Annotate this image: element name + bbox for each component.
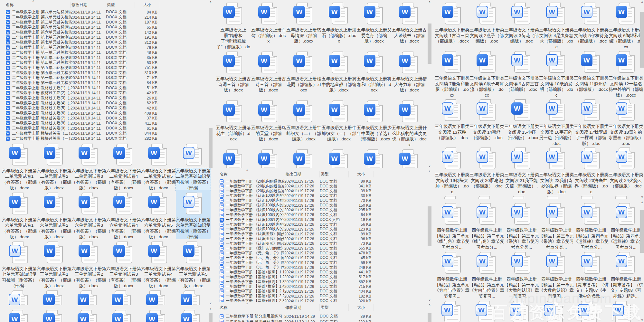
file-row[interactable]: W一年级数学下册 《元、角、分》同步检...2024/11/19 17:26DO… — [214, 256, 431, 260]
file-row[interactable]: W二年级数学上册 第五单元达标测试卷...2024/11/19 14:11DOC… — [0, 65, 213, 71]
file-item[interactable]: W六年级语文下册第二单元测试卷3（有答案）（部编版）.docx — [71, 141, 106, 190]
file-item[interactable]: W六年级语文下册第三单元测试卷3（有答案）（部编版）.docx — [106, 239, 141, 288]
scroll-down-icon[interactable]: ∨ — [640, 318, 644, 322]
file-item[interactable]: W三年级语文下册类文阅读 23海底世界（部编版） .doc — [574, 145, 609, 193]
file-item[interactable]: W — [435, 193, 469, 199]
file-row[interactable]: W二年级数学上册 教材过关卷(9)（人教...2024/11/19 14:11D… — [0, 126, 213, 131]
file-item[interactable]: W四年级数学上册【精品】第四单元《运算律》章节复习考点分... — [574, 200, 609, 249]
file-item[interactable]: W五年级语文上册什么比猎豹的速度更快（部编版）.docx — [392, 98, 427, 147]
file-item[interactable]: W — [36, 288, 71, 305]
column-header-size[interactable]: 大小 — [135, 2, 160, 8]
file-item[interactable]: W四年级数学上册【精品】第五单元《方向与位置》章节复习... — [469, 249, 504, 298]
scrollbar-thumb[interactable] — [428, 313, 431, 322]
file-row[interactable]: W二年级数学上册 教材过关卷(7)（人教...2024/11/19 14:11D… — [0, 116, 213, 121]
file-item[interactable]: W四年级数学上册【期末备考】（讲义）专题07《生活中的负数... — [574, 249, 609, 298]
column-header-date[interactable]: 修改日期 — [284, 304, 320, 311]
file-item[interactable]: W — [2, 307, 36, 322]
file-item[interactable]: W — [321, 147, 356, 168]
file-item[interactable]: W六年级语文下册第二单元基础知识复习检测（附答案）（部编... — [176, 141, 211, 190]
file-item[interactable]: W四年级数学上册【精品】第三单元《乘法》章节复习考点分类... — [539, 200, 574, 249]
file-item[interactable]: W六年级语文下册第六单元测试卷4（有答案）（部编版）.docx — [106, 190, 141, 239]
scrollbar-thumb[interactable] — [428, 24, 431, 64]
file-item[interactable]: W五年级语文上册"精彩极了"和"糟糕透了"（部编版）.docx — [216, 0, 251, 49]
file-item[interactable]: W六年级语文下册第六单元测试卷1（有答案）（部编版）.docx — [2, 190, 37, 239]
file-item[interactable]: W三年级语文下册类文阅读 24火烧云（部编版） .doc — [609, 145, 643, 193]
file-item[interactable]: W六年级语文下册第二单元测试卷4（有答案）（部编版）.docx — [106, 141, 141, 190]
file-item[interactable]: W五年级语文上册鸟的天堂（部编版）.docx — [251, 98, 286, 147]
column-header-type[interactable]: 类型 — [106, 2, 135, 8]
file-item[interactable]: W六年级语文下册第三单元测试卷5（有答案）（部编版）.docx — [176, 239, 211, 288]
file-item[interactable]: W六年级语文下册第三单元测试卷1（有答案）（部编版）.docx — [37, 239, 71, 288]
file-item[interactable]: W五年级语文上册将相和（部编版）.docx — [356, 49, 392, 98]
scroll-up-icon[interactable]: ∧ — [209, 0, 213, 4]
file-item[interactable]: W四年级数学上册【期末备考】（讲义）专题08《可能性》精选... — [609, 249, 643, 298]
scrollbar-thumb[interactable] — [640, 210, 644, 252]
file-item[interactable]: W四年级数学上册【精品】第五单元《方向与位置》章节复习... — [435, 249, 469, 298]
file-row[interactable]: W二年级数学上册 模块过关卷（三）（...2024/11/19 14:11DOC… — [0, 136, 213, 141]
file-row[interactable]: W二年级数学上册 第三单元达标测试卷...2024/11/19 14:11DOC… — [0, 45, 213, 50]
file-item[interactable]: W — [469, 298, 503, 321]
file-item[interactable]: W五年级语文上册古诗词三首（部编版）.docx — [216, 49, 251, 98]
file-item[interactable]: W五年级语文上册古人谈读书（部编版）.docx — [392, 0, 427, 49]
file-item[interactable]: W六年级语文下册第三单元测试卷2（有答案）（部编版）.docx — [71, 239, 106, 288]
file-row[interactable]: W一年级数学下册 《认识图形》同步检测...2024/11/19 17:26DO… — [214, 232, 431, 236]
scroll-up-icon[interactable]: ∧ — [428, 170, 431, 173]
file-item[interactable]: W — [392, 147, 427, 168]
file-item[interactable]: W六年级语文下册第六单元测试卷5（有答案）（部编版）.docx — [141, 190, 176, 239]
scroll-down-icon[interactable]: ∨ — [640, 195, 644, 199]
file-row[interactable]: W一年级数学下册 《元、角、分》同步检...2024/11/19 17:26DO… — [214, 260, 431, 265]
file-item[interactable]: W — [105, 288, 139, 305]
file-item[interactable]: W五年级语文上册牛郎织女（二）（部编版）.docx — [286, 98, 321, 147]
scrollbar[interactable]: ∧∨ — [640, 200, 644, 322]
file-row[interactable]: W一年级数学下册 【基础+拔高】1.2 十...2024/11/19 17:26… — [214, 275, 431, 279]
file-item[interactable]: W四年级数学上册【精品】第二单元《线与角》章节复习考点分... — [435, 200, 469, 249]
file-item[interactable]: W三年级语文下册类文阅读 22我们奇妙的世界（部编版） .doc — [539, 145, 574, 193]
file-item[interactable]: W三年级语文下册类文阅读 17我变成了一棵树（部编版） .doc — [574, 97, 609, 145]
file-item[interactable]: W五年级语文上册牛郎织女（一）（部编版）.docx — [321, 98, 356, 147]
file-row[interactable]: W一年级数学下册 《认识100以内的数》...2024/11/19 17:26D… — [214, 208, 431, 213]
file-row[interactable]: W二年级数学上册 第一单元达标测试卷...2024/11/19 14:11DOC… — [0, 75, 213, 80]
file-row[interactable]: W二年级数学上册 教材过关卷(3)（人教...2024/11/19 14:11D… — [0, 96, 213, 101]
scrollbar[interactable]: ∧∨ — [209, 0, 213, 305]
file-item[interactable]: W三年级语文下册类文阅读 11赵州桥（部编版） .docx — [574, 48, 609, 97]
file-item[interactable]: W — [71, 288, 105, 305]
file-item[interactable]: W三年级语文下册类文阅读 16宇宙的另一边（部编版） .doc — [539, 97, 574, 145]
scrollbar[interactable]: ∧ — [428, 303, 431, 322]
file-row[interactable]: W一年级数学下册 《20以内的退位减法》...2024/11/19 17:26D… — [214, 184, 431, 189]
file-item[interactable]: W六年级语文下册第二单元测试卷1（有答案）（部编版）.docx — [2, 141, 37, 190]
file-item[interactable]: W三年级语文下册类文阅读 9古诗三首（部编版） .doc — [504, 48, 539, 97]
file-row[interactable]: W一年级数学下册 《认识图形》同步检测...2024/11/19 17:26DO… — [214, 241, 431, 246]
file-item[interactable]: W — [537, 298, 571, 321]
file-row[interactable]: W二年级数学上册 第七单元过关检测卷...2024/11/19 14:11DOC… — [0, 40, 213, 45]
file-row[interactable]: W一年级数学下册 《认识100以内的数》...2024/11/19 17:26D… — [214, 217, 431, 222]
file-item[interactable]: W — [139, 307, 174, 322]
file-item[interactable]: W六年级语文下册第二单元测试卷2（有答案）（部编版）.docx — [37, 141, 71, 190]
file-item[interactable]: W三年级语文下册类文阅读 15小虾（部编版） .docx — [504, 97, 539, 145]
column-header-name[interactable]: 名称∧ — [214, 304, 284, 311]
file-row[interactable]: W一年级数学下册 【基础+拔高】2.3整理...2024/11/19 17:26… — [214, 298, 431, 302]
file-item[interactable]: W三年级语文下册类文阅读 7鹿角和鹿腿（部编版） .docx — [435, 48, 469, 97]
scroll-down-icon[interactable]: ∨ — [428, 165, 431, 168]
scroll-down-icon[interactable]: ∨ — [209, 302, 213, 305]
file-item[interactable]: W六年级语文下册第六单元基础知识复习检测（附答案）（部编... — [176, 190, 211, 239]
file-item[interactable]: W三年级语文下册类文阅读 5守株待兔（部编版） .doc — [574, 0, 609, 48]
file-row[interactable]: W二年级数学上册 第五单元过关检测卷...2024/11/19 14:11DOC… — [0, 70, 213, 75]
file-row[interactable]: W二年级数学下册 部分应用题练习（苏教...2024/11/19 14:29DO… — [214, 314, 431, 319]
file-row[interactable]: W一年级数学下册 《认识图形》同步检测...2024/11/19 17:26DO… — [214, 236, 431, 241]
file-item[interactable]: W三年级语文下册类文阅读 1古诗三首（部编版） .docx — [435, 0, 469, 48]
file-item[interactable]: W三年级语文下册类文阅读 20肥皂泡（部编版） .doc — [469, 145, 504, 193]
file-row[interactable]: W一年级数学下册 《20以内的退位减法》...2024/11/19 17:26D… — [214, 189, 431, 194]
scroll-up-icon[interactable]: ∧ — [428, 303, 431, 306]
file-item[interactable]: W三年级语文下册类文阅读 10纸的发明（部编版） .doc — [539, 48, 574, 97]
file-row[interactable]: W一年级数学下册 《元、角、分》同步检...2024/11/19 17:26DO… — [214, 265, 431, 270]
file-item[interactable]: W三年级语文下册类文阅读 14蜜蜂（部编版） .doc — [469, 97, 504, 145]
file-item[interactable]: W — [571, 298, 605, 321]
file-item[interactable]: W — [216, 147, 251, 168]
scrollbar-thumb[interactable] — [209, 313, 213, 322]
file-row[interactable]: W二年级数学上册 模块过关卷（二）（...2024/11/19 14:11DOC… — [0, 131, 213, 136]
file-row[interactable]: W二年级数学上册 第八单元过关检测卷...2024/11/19 14:11DOC… — [0, 15, 213, 20]
file-item[interactable]: W六年级语文下册第二单元测试卷5（有答案）（部编版）.docx — [141, 141, 176, 190]
file-row[interactable]: W一年级数学下册 《认识100以内的数》...2024/11/19 17:26D… — [214, 222, 431, 227]
file-item[interactable]: W五年级语文上册落花生（部编版）.docx — [216, 98, 251, 147]
file-row[interactable]: W二年级数学上册 教材过关卷(8)（人教...2024/11/19 14:11D… — [0, 121, 213, 126]
